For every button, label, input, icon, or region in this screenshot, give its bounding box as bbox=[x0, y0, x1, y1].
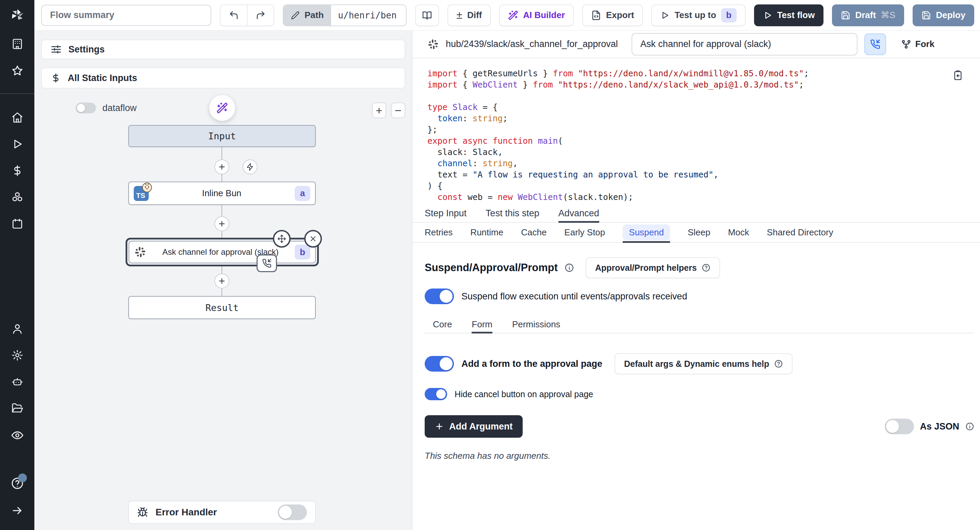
test-up-to-button[interactable]: Test up to b bbox=[651, 5, 745, 26]
resources-boxes-icon[interactable] bbox=[0, 184, 34, 211]
step-name-input[interactable] bbox=[632, 33, 858, 56]
flow-node-inline-bun[interactable]: TS Inline Bun a bbox=[128, 182, 316, 205]
flow-settings-card[interactable]: Settings bbox=[41, 40, 405, 59]
tab-shared-directory[interactable]: Shared Directory bbox=[767, 223, 833, 242]
redo-button[interactable] bbox=[247, 5, 274, 26]
workspace-building-icon[interactable] bbox=[0, 31, 34, 57]
tab-cache[interactable]: Cache bbox=[521, 223, 546, 242]
suspend-section-title: Suspend/Approval/Prompt bbox=[425, 262, 558, 274]
tab-runtime[interactable]: Runtime bbox=[470, 223, 503, 242]
copy-code-button[interactable] bbox=[953, 70, 963, 81]
windmill-logo[interactable] bbox=[0, 0, 34, 31]
tab-form[interactable]: Form bbox=[472, 316, 492, 333]
path-value-input[interactable]: u/henri/ben bbox=[331, 5, 406, 26]
move-node-handle[interactable] bbox=[273, 230, 291, 247]
as-json-toggle[interactable] bbox=[885, 418, 914, 434]
error-handler-toggle[interactable] bbox=[278, 504, 307, 520]
dollar-icon bbox=[51, 73, 61, 83]
expand-arrow-icon[interactable] bbox=[0, 497, 34, 524]
dataflow-label: dataflow bbox=[102, 103, 137, 113]
tab-early-stop[interactable]: Early Stop bbox=[564, 223, 605, 242]
help-circle-icon bbox=[702, 263, 711, 272]
path-button[interactable]: Path bbox=[283, 5, 331, 26]
slack-icon bbox=[427, 38, 439, 50]
error-handler-label: Error Handler bbox=[156, 507, 270, 518]
tab-mock[interactable]: Mock bbox=[728, 223, 749, 242]
settings-gear-icon[interactable] bbox=[0, 342, 34, 369]
plus-minus-icon: ± bbox=[456, 9, 463, 21]
schedules-calendar-icon[interactable] bbox=[0, 211, 34, 237]
delete-node-button[interactable] bbox=[304, 230, 322, 247]
ai-builder-button[interactable]: AI Builder bbox=[499, 5, 574, 26]
add-argument-button[interactable]: Add Argument bbox=[425, 415, 523, 438]
tab-core[interactable]: Core bbox=[433, 316, 452, 333]
settings-card-label: Settings bbox=[68, 44, 105, 55]
step-detail-panel: hub/2439/slack/ask_channel_for_approval … bbox=[412, 31, 980, 530]
zoom-out-button[interactable]: − bbox=[391, 102, 405, 118]
code-line: text = "A flow is requesting an approval… bbox=[427, 169, 948, 180]
file-code-icon bbox=[591, 10, 601, 21]
bun-emoji-icon bbox=[141, 181, 153, 193]
add-form-toggle[interactable] bbox=[425, 356, 454, 372]
export-button[interactable]: Export bbox=[582, 5, 643, 26]
users-icon[interactable] bbox=[0, 315, 34, 342]
insert-step-button[interactable] bbox=[215, 216, 229, 231]
tab-step-input[interactable]: Step Input bbox=[425, 204, 466, 222]
tab-retries[interactable]: Retries bbox=[425, 223, 453, 242]
variables-dollar-icon[interactable] bbox=[0, 157, 34, 184]
hide-cancel-toggle[interactable] bbox=[425, 388, 447, 400]
hide-cancel-label: Hide cancel button on approval page bbox=[455, 390, 593, 399]
help-question-icon[interactable] bbox=[0, 469, 34, 497]
home-icon[interactable] bbox=[0, 104, 34, 131]
flow-node-input[interactable]: Input bbox=[128, 125, 316, 147]
slack-icon bbox=[134, 246, 146, 258]
flow-summary-input[interactable] bbox=[41, 5, 211, 26]
step-header: hub/2439/slack/ask_channel_for_approval … bbox=[412, 31, 980, 58]
dataflow-toggle[interactable] bbox=[76, 102, 96, 113]
tab-sleep[interactable]: Sleep bbox=[688, 223, 711, 242]
zoom-in-button[interactable]: + bbox=[372, 102, 386, 118]
code-line: const web = new WebClient(slack.token); bbox=[427, 192, 948, 203]
runs-play-icon[interactable] bbox=[0, 131, 34, 157]
info-icon bbox=[966, 422, 974, 431]
draft-button[interactable]: Draft ⌘S bbox=[832, 5, 904, 26]
audit-eye-icon[interactable] bbox=[0, 422, 34, 449]
folders-icon[interactable] bbox=[0, 395, 34, 422]
workers-robot-icon[interactable] bbox=[0, 369, 34, 395]
fork-button[interactable]: Fork bbox=[901, 39, 934, 49]
default-args-help-button[interactable]: Default args & Dynamic enums help bbox=[614, 353, 792, 374]
suspend-subtabs: Core Form Permissions bbox=[425, 316, 974, 334]
empty-schema-note: This schema has no arguments. bbox=[425, 451, 974, 461]
code-line: }; bbox=[427, 124, 948, 135]
plus-icon bbox=[435, 422, 444, 431]
diff-button[interactable]: ± Diff bbox=[447, 5, 491, 26]
all-static-inputs-card[interactable]: All Static Inputs bbox=[41, 67, 405, 89]
code-editor[interactable]: import { getResumeUrls } from "https://d… bbox=[412, 58, 980, 204]
insert-step-button[interactable] bbox=[215, 160, 229, 174]
ai-flow-fab[interactable] bbox=[209, 95, 235, 121]
test-flow-button[interactable]: Test flow bbox=[754, 5, 824, 26]
trigger-zap-button[interactable] bbox=[243, 160, 258, 174]
deploy-button[interactable]: Deploy bbox=[913, 5, 974, 26]
tab-suspend[interactable]: Suspend bbox=[623, 223, 670, 242]
tab-advanced[interactable]: Advanced bbox=[558, 204, 599, 222]
advanced-tabs: Retries Runtime Cache Early Stop Suspend… bbox=[412, 223, 980, 243]
error-handler-card[interactable]: Error Handler bbox=[128, 501, 316, 524]
git-fork-icon bbox=[901, 39, 911, 49]
approval-prompt-helpers-button[interactable]: Approval/Prompt helpers bbox=[585, 257, 720, 278]
code-line: ) { bbox=[427, 180, 948, 192]
help-circle-icon bbox=[774, 359, 783, 368]
suspend-toggle[interactable] bbox=[425, 289, 454, 304]
tab-test-this-step[interactable]: Test this step bbox=[485, 204, 539, 222]
info-icon bbox=[565, 263, 574, 273]
suspend-indicator-button[interactable] bbox=[864, 34, 886, 55]
tab-permissions[interactable]: Permissions bbox=[512, 316, 560, 333]
favorites-star-icon[interactable] bbox=[0, 57, 34, 85]
insert-step-button[interactable] bbox=[215, 273, 229, 289]
flow-node-result[interactable]: Result bbox=[128, 296, 316, 319]
step-id-badge: b bbox=[295, 244, 310, 260]
phone-incoming-icon bbox=[870, 39, 880, 49]
play-icon bbox=[763, 11, 772, 20]
undo-button[interactable] bbox=[221, 5, 247, 26]
schema-book-button[interactable] bbox=[415, 5, 439, 26]
